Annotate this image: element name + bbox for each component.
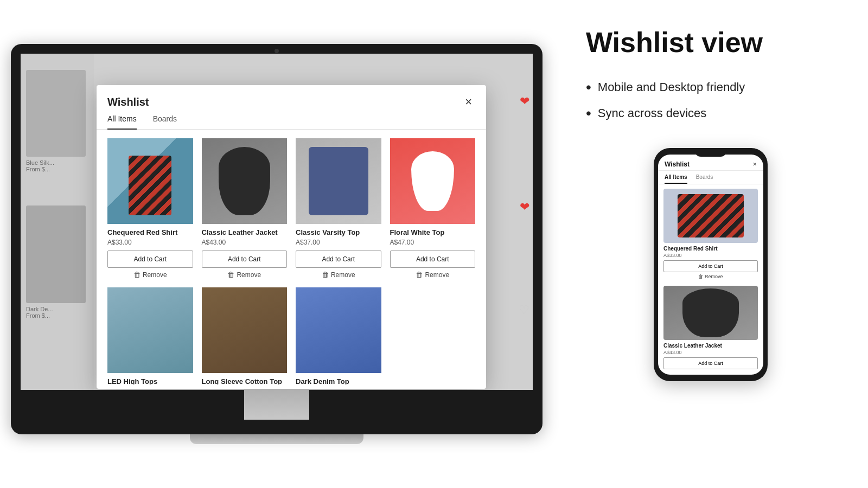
phone-outer: Wishlist × All Items Boards Chequered Re… [654,148,768,381]
remove-button-0[interactable]: 🗑 Remove [107,271,193,279]
bg-label-blue-silk: Blue Silk... From $... [26,159,91,172]
phone-tab-all-items[interactable]: All Items [665,174,687,184]
product-name-0: Chequered Red Shirt [107,228,193,237]
info-bullet-0: Mobile and Desktop friendly [586,74,835,100]
phone-product-1: Classic Leather Jacket A$43.00 Add to Ca… [663,286,758,369]
monitor-outer: Blue Silk... From $... Dark De... From $… [11,44,542,434]
phone-screen: Wishlist × All Items Boards Chequered Re… [658,155,763,375]
monitor-camera [275,49,279,53]
add-to-cart-button-3[interactable]: Add to Cart [390,251,476,268]
phone-product-image-1 [663,286,758,340]
product-image-4 [107,287,193,373]
phone-trash-icon-0: 🗑 [698,274,703,279]
product-name-3: Floral White Top [390,228,476,237]
product-name-5: Long Sleeve Cotton Top [202,377,288,384]
phone-product-name-1: Classic Leather Jacket [663,343,758,349]
product-card-4: LED High Tops A$32.00 Add to Cart 🗑 Remo… [107,287,193,384]
phone-mockup-wrap: Wishlist × All Items Boards Chequered Re… [586,148,835,381]
phone-add-to-cart-button-1[interactable]: Add to Cart [663,357,758,369]
product-image-3 [390,138,476,224]
monitor-stand-neck [244,390,309,420]
phone-product-price-1: A$43.00 [663,350,758,355]
product-card-6: Dark Denim Top A$36.00 Add to Cart 🗑 Rem… [296,287,381,384]
product-image-2 [296,138,381,224]
add-to-cart-button-2[interactable]: Add to Cart [296,251,381,268]
product-card-3: Floral White Top A$47.00 Add to Cart 🗑 R… [390,138,476,279]
info-list: Mobile and Desktop friendly Sync across … [586,74,835,126]
wishlist-modal: Wishlist × All Items Boards [97,85,486,389]
heart-icon-1[interactable]: ❤ [520,94,529,108]
product-price-0: A$33.00 [107,239,193,246]
add-to-cart-button-1[interactable]: Add to Cart [202,251,288,268]
trash-icon-2: 🗑 [322,271,329,279]
heart-icon-2[interactable]: ❤ [520,200,529,214]
modal-header: Wishlist × [97,85,486,109]
phone-product-image-0 [663,189,758,243]
product-name-1: Classic Leather Jacket [202,228,288,237]
left-section: Blue Silk... From $... Dark De... From $… [0,0,553,488]
phone-add-to-cart-button-0[interactable]: Add to Cart [663,260,758,272]
phone-title: Wishlist [665,160,690,168]
product-name-2: Classic Varsity Top [296,228,381,237]
screen-background: Blue Silk... From $... Dark De... From $… [21,54,533,390]
tab-boards[interactable]: Boards [153,114,177,130]
product-name-4: LED High Tops [107,377,193,384]
tab-all-items[interactable]: All Items [107,114,137,130]
remove-button-2[interactable]: 🗑 Remove [296,271,381,279]
modal-tabs: All Items Boards [97,109,486,130]
product-image-5 [202,287,288,373]
remove-button-3[interactable]: 🗑 Remove [390,271,476,279]
monitor-screen: Blue Silk... From $... Dark De... From $… [21,54,533,390]
phone-tabs: All Items Boards [658,171,763,184]
product-card-1: Classic Leather Jacket A$43.00 Add to Ca… [202,138,288,279]
product-name-6: Dark Denim Top [296,377,381,384]
product-price-2: A$37.00 [296,239,381,246]
trash-icon-1: 🗑 [227,271,234,279]
product-image-6 [296,287,381,373]
bg-label-dark-de: Dark De... From $... [26,306,53,319]
modal-title: Wishlist [107,96,149,108]
phone-body: Chequered Red Shirt A$33.00 Add to Cart … [658,184,763,372]
product-card-0: Chequered Red Shirt A$33.00 Add to Cart … [107,138,193,279]
add-to-cart-button-0[interactable]: Add to Cart [107,251,193,268]
remove-button-1[interactable]: 🗑 Remove [202,271,288,279]
monitor: Blue Silk... From $... Dark De... From $… [11,44,542,444]
phone-product-name-0: Chequered Red Shirt [663,246,758,252]
phone-tab-boards[interactable]: Boards [696,174,713,184]
trash-icon-0: 🗑 [133,271,141,279]
modal-body: Chequered Red Shirt A$33.00 Add to Cart … [97,130,486,384]
phone-product-price-0: A$33.00 [663,253,758,258]
product-image-0 [107,138,193,224]
phone-remove-button-0[interactable]: 🗑 Remove [663,274,758,279]
monitor-stand-base [190,434,363,444]
product-price-3: A$47.00 [390,239,476,246]
info-title: Wishlist view [586,27,835,58]
phone-header: Wishlist × [658,155,763,171]
products-grid: Chequered Red Shirt A$33.00 Add to Cart … [107,138,475,384]
phone-notch [694,148,727,157]
heart-icon-3[interactable]: ♡ [519,303,529,317]
product-card-5: Long Sleeve Cotton Top A$35.00 Add to Ca… [202,287,288,384]
info-bullet-1: Sync across devices [586,100,835,126]
trash-icon-3: 🗑 [416,271,423,279]
product-image-1 [202,138,288,224]
right-section: Wishlist view Mobile and Desktop friendl… [553,0,868,488]
product-price-1: A$43.00 [202,239,288,246]
phone-product-0: Chequered Red Shirt A$33.00 Add to Cart … [663,189,758,279]
product-card-2: Classic Varsity Top A$37.00 Add to Cart … [296,138,381,279]
modal-close-button[interactable]: × [462,95,475,109]
phone-close-button[interactable]: × [752,160,757,168]
